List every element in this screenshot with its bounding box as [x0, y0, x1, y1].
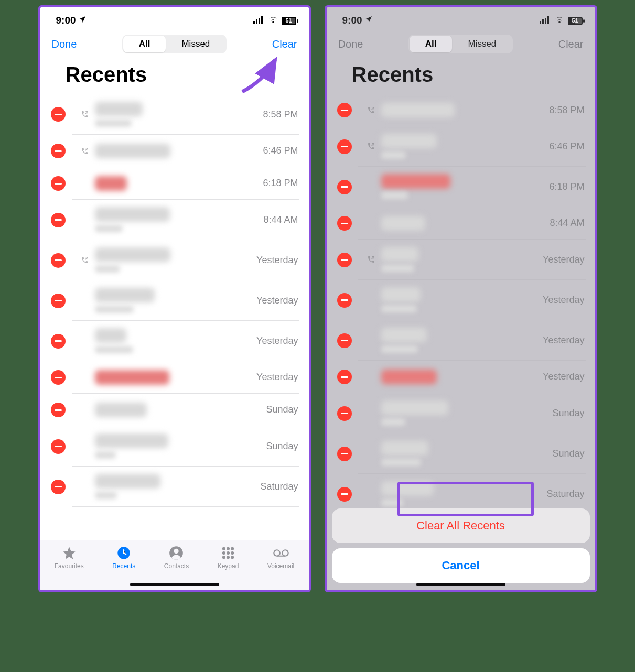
call-row[interactable]: 8:58 PM: [327, 94, 595, 126]
delete-row-button[interactable]: [337, 487, 352, 502]
outgoing-call-icon: [367, 105, 376, 115]
tab-favourites[interactable]: Favourites: [55, 546, 84, 570]
delete-row-button[interactable]: [51, 176, 66, 191]
call-time: 8:58 PM: [263, 109, 298, 120]
delete-row-button[interactable]: [51, 439, 66, 454]
call-row[interactable]: Yesterday: [327, 280, 595, 320]
call-time: Yesterday: [543, 295, 584, 306]
contact-name-redacted: [381, 481, 543, 506]
contact-name-redacted: [95, 403, 262, 417]
delete-row-button[interactable]: [337, 103, 352, 117]
recents-list-b: 8:58 PM6:46 PM6:18 PM8:44 AMYesterdayYes…: [327, 94, 595, 514]
call-row[interactable]: 8:58 PM: [40, 94, 309, 135]
delete-row-button[interactable]: [337, 333, 352, 348]
filter-segmented[interactable]: All Missed: [122, 35, 227, 53]
delete-row-button[interactable]: [337, 406, 352, 421]
call-row[interactable]: Yesterday: [40, 321, 309, 361]
delete-row-button[interactable]: [337, 180, 352, 194]
home-indicator[interactable]: [130, 583, 219, 586]
call-row[interactable]: Yesterday: [40, 280, 309, 321]
outgoing-call-icon: [80, 255, 90, 265]
svg-point-15: [231, 551, 234, 555]
segment-missed[interactable]: Missed: [166, 36, 225, 52]
svg-rect-2: [259, 18, 260, 24]
delete-row-button[interactable]: [51, 480, 66, 494]
tab-voicemail[interactable]: Voicemail: [267, 546, 294, 570]
svg-point-18: [231, 556, 234, 559]
call-row[interactable]: 8:44 AM: [327, 207, 595, 240]
contact-name-redacted: [95, 176, 259, 191]
location-arrow-icon: [364, 15, 373, 26]
home-indicator[interactable]: [416, 583, 505, 586]
call-time: Saturday: [260, 481, 298, 492]
call-row[interactable]: 6:18 PM: [40, 167, 309, 200]
call-row[interactable]: Yesterday: [327, 361, 595, 393]
delete-row-button[interactable]: [51, 294, 66, 308]
nav-bar: Done All Missed Clear: [40, 29, 309, 59]
delete-row-button[interactable]: [51, 253, 66, 268]
delete-row-button[interactable]: [337, 293, 352, 308]
delete-row-button[interactable]: [337, 253, 352, 267]
call-row[interactable]: 6:18 PM: [327, 167, 595, 207]
call-row[interactable]: 6:46 PM: [40, 135, 309, 167]
person-icon: [168, 546, 184, 560]
call-row[interactable]: Yesterday: [40, 361, 309, 394]
call-row[interactable]: Saturday: [40, 467, 309, 507]
call-time: Sunday: [266, 404, 298, 415]
tab-contacts[interactable]: Contacts: [164, 546, 189, 570]
battery-icon: 51: [282, 16, 298, 25]
cancel-button[interactable]: Cancel: [332, 548, 590, 583]
clear-button[interactable]: Clear: [272, 38, 297, 50]
svg-point-12: [231, 547, 234, 550]
call-row[interactable]: Yesterday: [327, 320, 595, 361]
call-time: Saturday: [546, 489, 584, 500]
call-row[interactable]: Sunday: [40, 426, 309, 467]
delete-row-button[interactable]: [51, 107, 66, 122]
delete-row-button[interactable]: [51, 403, 66, 417]
delete-row-button[interactable]: [337, 216, 352, 231]
call-time: 8:44 AM: [263, 214, 298, 225]
nav-bar: Done All Missed Clear: [327, 29, 595, 59]
call-row[interactable]: Sunday: [40, 394, 309, 426]
tab-label: Voicemail: [267, 562, 294, 570]
segment-all[interactable]: All: [123, 36, 166, 52]
svg-rect-23: [542, 19, 544, 24]
call-row[interactable]: Sunday: [327, 393, 595, 433]
call-time: Yesterday: [256, 372, 298, 383]
contact-name-redacted: [95, 288, 253, 313]
contact-name-redacted: [95, 328, 253, 353]
delete-row-button[interactable]: [337, 447, 352, 461]
status-bar: 9:00 51: [40, 7, 309, 29]
svg-rect-27: [583, 19, 585, 23]
call-time: Yesterday: [543, 254, 584, 265]
contact-name-redacted: [381, 441, 548, 466]
contact-name-redacted: [95, 433, 262, 459]
contact-name-redacted: [381, 370, 539, 384]
call-row[interactable]: Yesterday: [327, 240, 595, 280]
tab-recents[interactable]: Recents: [112, 546, 135, 570]
call-row[interactable]: Sunday: [327, 433, 595, 474]
svg-point-19: [274, 550, 279, 556]
delete-row-button[interactable]: [51, 144, 66, 158]
delete-row-button[interactable]: [337, 139, 352, 154]
svg-point-10: [222, 547, 225, 550]
page-title: Recents: [40, 59, 309, 94]
contact-name-redacted: [381, 174, 545, 199]
clear-all-recents-button[interactable]: Clear All Recents: [332, 508, 590, 543]
action-sheet: Clear All Recents Cancel: [327, 503, 595, 590]
call-time: Yesterday: [543, 371, 584, 382]
battery-percent: 51: [282, 16, 296, 25]
delete-row-button[interactable]: [51, 334, 66, 349]
contact-name-redacted: [95, 370, 253, 385]
outgoing-call-icon: [367, 142, 376, 151]
call-time: Yesterday: [256, 255, 298, 266]
call-row[interactable]: 8:44 AM: [40, 200, 309, 240]
delete-row-button[interactable]: [51, 213, 66, 227]
call-time: 8:58 PM: [549, 105, 584, 116]
call-row[interactable]: 6:46 PM: [327, 126, 595, 167]
delete-row-button[interactable]: [337, 370, 352, 384]
done-button[interactable]: Done: [52, 38, 77, 50]
delete-row-button[interactable]: [51, 370, 66, 385]
call-row[interactable]: Yesterday: [40, 240, 309, 280]
tab-keypad[interactable]: Keypad: [218, 546, 239, 570]
